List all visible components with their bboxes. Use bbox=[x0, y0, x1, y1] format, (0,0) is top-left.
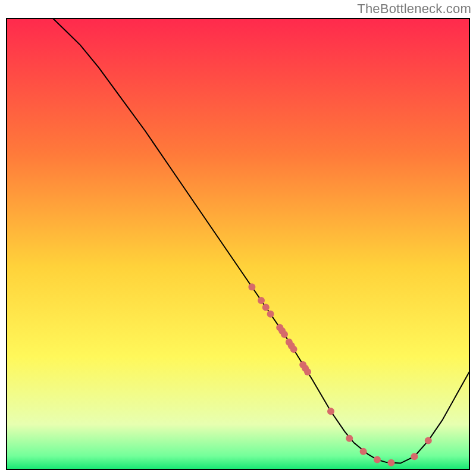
chart-point bbox=[281, 331, 288, 338]
chart-point bbox=[425, 437, 432, 444]
bottleneck-chart bbox=[6, 18, 470, 470]
chart-background bbox=[7, 18, 469, 469]
chart-point bbox=[387, 459, 394, 466]
chart-point bbox=[346, 435, 353, 442]
chart-point bbox=[267, 311, 274, 318]
watermark-text: TheBottleneck.com bbox=[357, 1, 471, 17]
chart-point bbox=[411, 453, 418, 460]
chart-point bbox=[304, 368, 311, 375]
chart-point bbox=[262, 303, 270, 311]
chart-point bbox=[360, 448, 367, 455]
chart-point bbox=[374, 456, 381, 464]
chart-point bbox=[248, 283, 255, 290]
chart-point bbox=[258, 297, 265, 304]
chart-point bbox=[290, 346, 298, 353]
chart-point bbox=[327, 408, 334, 415]
